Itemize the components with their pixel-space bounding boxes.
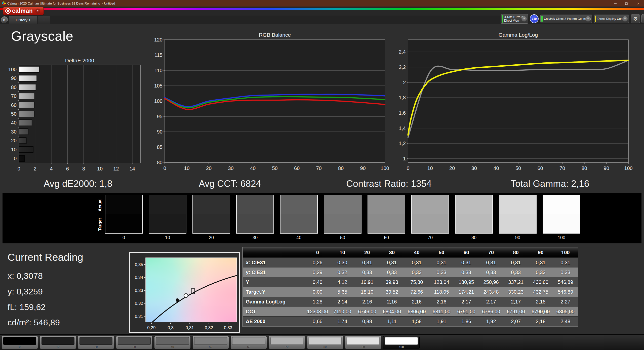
- target-swatch: [149, 214, 186, 233]
- y-tick-label: 120: [154, 37, 163, 42]
- table-value-cell: 432,75: [528, 289, 553, 295]
- stat-contrast-ratio: Contrast Ratio: 1354: [346, 179, 431, 189]
- pattern-patch-40[interactable]: 40: [154, 336, 191, 349]
- add-tab-button[interactable]: +: [38, 16, 50, 24]
- page-title: Grayscale: [11, 28, 73, 44]
- patch-color: [79, 337, 112, 345]
- y-tick-label: 0,32: [135, 301, 143, 306]
- pattern-dropdown-text: CalMAN Client 3 Pattern Generator: [544, 15, 585, 23]
- close-button[interactable]: ×: [632, 0, 644, 7]
- table-value-cell: 39,93: [380, 279, 405, 285]
- table-column-header: 40: [404, 250, 429, 255]
- patch-label: 10: [40, 345, 76, 348]
- table-column-header: 20: [355, 250, 380, 255]
- grayscale-patch-strip: Actual Target 0102030405060708090100: [3, 193, 641, 243]
- patch-label: 20: [78, 345, 114, 348]
- measured-point-dot: [176, 298, 179, 302]
- table-value-cell: 0,31: [380, 260, 405, 266]
- grayscale-swatch-60: [368, 195, 405, 234]
- pattern-generator-dropdown[interactable]: CalMAN Client 3 Pattern Generator ▼: [540, 15, 592, 23]
- window-titlebar: Calman 2025 Calman Ultimate for Business…: [0, 0, 644, 7]
- swatch-level-label: 0: [105, 235, 143, 240]
- swatch-level-label: 90: [499, 235, 537, 240]
- grayscale-swatch-80: [455, 195, 493, 234]
- x-tick-label: 0,29: [147, 325, 155, 330]
- swatch-level-label: 40: [280, 235, 318, 240]
- table-row: y: CIE310,290,320,330,330,330,330,330,33…: [243, 267, 578, 277]
- patch-label: 0: [2, 345, 38, 348]
- strip-target-label: Target: [98, 213, 103, 236]
- x-tick-label: 50: [515, 165, 521, 171]
- deltae-2000-chart: DeltaE 200010090807060504030201000246810…: [7, 57, 144, 173]
- chart-title: Gamma Log/Log: [499, 32, 538, 38]
- restore-button[interactable]: [621, 0, 632, 7]
- patch-color: [385, 337, 418, 345]
- table-column-header: 100: [553, 250, 578, 255]
- display-control-dropdown[interactable]: Direct Display Control ▼: [594, 15, 629, 23]
- table-value-cell: 0,33: [553, 270, 578, 275]
- pattern-patch-30[interactable]: 30: [116, 336, 152, 349]
- minimize-icon: [614, 3, 617, 4]
- x-tick-label: 6: [66, 166, 69, 171]
- swatch-level-label: 80: [455, 235, 493, 240]
- restore-icon: [625, 2, 628, 5]
- x-tick-label: 10: [427, 165, 433, 171]
- bar: [19, 84, 36, 90]
- table-column-header: 30: [380, 250, 405, 255]
- y-tick-label: 2: [403, 80, 406, 85]
- actual-swatch: [456, 195, 492, 214]
- x-tick-label: 10: [97, 166, 103, 171]
- pattern-patch-10[interactable]: 10: [40, 336, 76, 349]
- table-value-cell: 2,18: [528, 299, 553, 305]
- current-reading-title: Current Reading: [8, 251, 83, 263]
- bar: [19, 129, 28, 135]
- y-tick-label: 115: [154, 52, 163, 58]
- pattern-patch-60[interactable]: 60: [230, 336, 267, 349]
- pattern-patch-50[interactable]: 50: [192, 336, 229, 349]
- pattern-patch-80[interactable]: 80: [307, 336, 343, 349]
- settings-button[interactable]: ⚙: [631, 14, 640, 23]
- grayscale-swatch-90: [499, 195, 537, 234]
- table-value-cell: 174,21: [454, 289, 479, 295]
- x-tick-label: 100: [381, 165, 389, 171]
- target-swatch: [499, 214, 536, 233]
- patch-color: [232, 337, 265, 345]
- y-tick-label: 10: [11, 147, 17, 152]
- patch-color: [194, 337, 227, 345]
- y-tick-label: 100: [8, 67, 17, 72]
- bar: [19, 75, 37, 81]
- tab-history-1[interactable]: History 1: [9, 16, 37, 24]
- grayscale-swatch-20: [192, 195, 230, 234]
- pattern-patch-70[interactable]: 70: [269, 336, 305, 349]
- tab-history-label: History 1: [16, 18, 30, 22]
- table-value-cell: 6791,00: [454, 309, 479, 315]
- table-value-cell: 0,26: [305, 260, 330, 266]
- x-tick-label: 0: [163, 165, 166, 171]
- pattern-patch-20[interactable]: 20: [78, 336, 114, 349]
- minimize-button[interactable]: [609, 0, 621, 7]
- bar: [19, 138, 26, 144]
- measurement-table: 0102030405060708090100x: CIE310,260,300,…: [242, 247, 578, 327]
- pattern-patch-100[interactable]: 100: [383, 336, 420, 349]
- table-column-header: 60: [454, 250, 479, 255]
- table-value-cell: 1,74: [330, 319, 355, 324]
- x-tick-label: 20: [206, 165, 212, 171]
- table-row: x: CIE310,260,300,310,310,310,310,310,31…: [243, 257, 578, 267]
- pattern-patch-0[interactable]: 0: [2, 336, 38, 349]
- y-tick-label: 0,33: [135, 288, 143, 293]
- gear-icon: ⚙: [633, 16, 638, 22]
- swatch-level-label: 100: [543, 235, 580, 240]
- table-value-cell: 2,17: [503, 299, 528, 305]
- app-menu-button[interactable]: calman ▼: [3, 7, 44, 15]
- tab-scroll-button[interactable]: ▶: [1, 16, 8, 23]
- table-value-cell: 0,33: [479, 270, 504, 275]
- meter-dropdown[interactable]: X-Rite i1Pro 3 Direct View ▼: [501, 14, 528, 24]
- pattern-patch-90[interactable]: 90: [345, 336, 381, 349]
- table-value-cell: 330,23: [503, 289, 528, 295]
- table-value-cell: 6790,00: [528, 309, 553, 315]
- patch-color: [3, 337, 36, 345]
- plus-icon: +: [43, 18, 45, 23]
- display-dropdown-text: Direct Display Control: [597, 15, 622, 23]
- table-row: Target Y0,005,6518,1039,5272,66118,05174…: [243, 287, 578, 297]
- collapse-panel-button[interactable]: ◀: [641, 14, 644, 23]
